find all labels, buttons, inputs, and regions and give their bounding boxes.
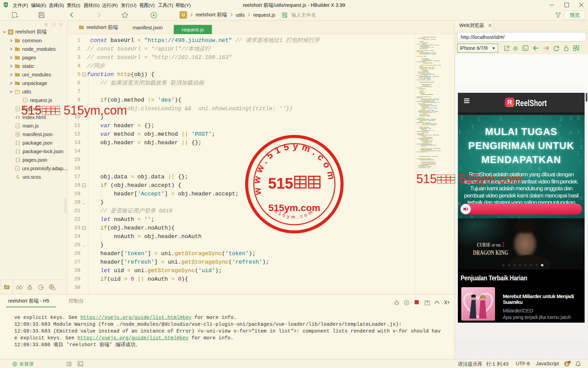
svg-text:V: V — [17, 107, 19, 111]
svg-text:J: J — [17, 124, 18, 128]
svg-text:J: J — [17, 167, 18, 170]
svg-text:515: 515 — [268, 175, 293, 192]
svg-text:J: J — [25, 99, 26, 102]
